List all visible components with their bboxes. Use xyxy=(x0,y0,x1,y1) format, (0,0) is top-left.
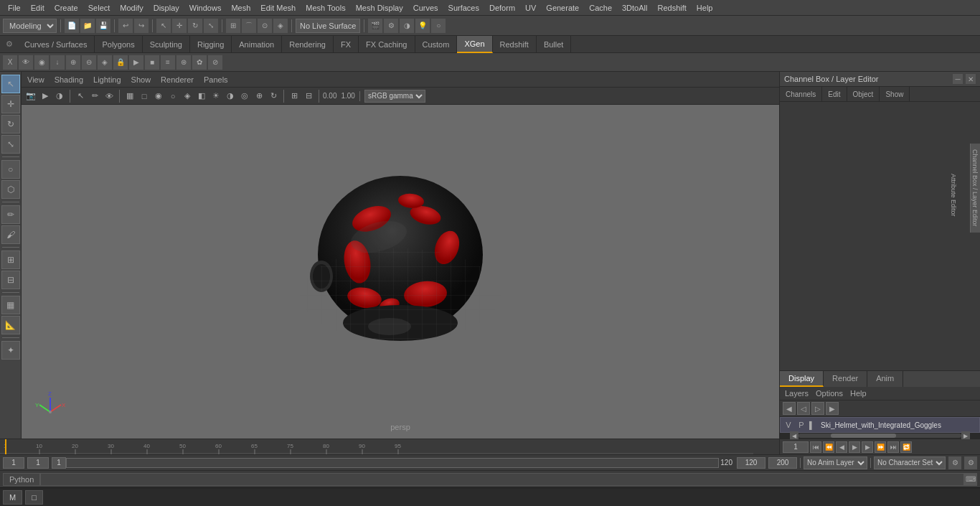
prev-frame-btn[interactable]: ◀ xyxy=(836,441,847,453)
max-end-input[interactable]: 200 xyxy=(768,457,797,469)
select-tool-button[interactable]: ↖ xyxy=(156,19,171,33)
time-end-input[interactable]: 120 xyxy=(737,457,765,469)
vp-grid-icon[interactable]: ▦ xyxy=(123,90,136,103)
redo-button[interactable]: ↪ xyxy=(134,19,149,33)
layer-playback-toggle[interactable]: P xyxy=(796,421,806,429)
layers-menu-help[interactable]: Help xyxy=(848,388,869,398)
jump-start-btn[interactable]: ⏮ xyxy=(810,441,821,453)
xgen-icon-4[interactable]: ↓ xyxy=(50,55,65,70)
tab-display[interactable]: Display xyxy=(780,371,824,387)
next-key-btn[interactable]: ⏩ xyxy=(875,441,886,453)
move-tool-button[interactable]: ✛ xyxy=(172,19,187,33)
vp-smooth-icon[interactable]: ◉ xyxy=(152,90,165,103)
vp-paint-icon[interactable]: ✏ xyxy=(88,90,101,103)
python-label[interactable]: Python xyxy=(3,473,40,486)
xgen-icon-11[interactable]: ≡ xyxy=(161,55,175,70)
paint-lt[interactable]: 🖌 xyxy=(1,225,20,244)
no-live-surface-button[interactable]: No Live Surface xyxy=(296,19,360,33)
xgen-icon-8[interactable]: 🔒 xyxy=(113,55,128,70)
render-settings-button[interactable]: ⚙ xyxy=(384,19,398,33)
snap-together-lt[interactable]: ⊞ xyxy=(1,250,20,269)
soft-select-lt[interactable]: ○ xyxy=(1,160,20,179)
jump-end-btn[interactable]: ⏭ xyxy=(887,441,899,453)
tab-fx[interactable]: FX xyxy=(334,36,359,53)
vp-texture-icon[interactable]: ◧ xyxy=(195,90,208,103)
attribute-editor-edge-tab[interactable]: Attribute Editor xyxy=(950,174,957,217)
vp-menu-show[interactable]: Show xyxy=(128,75,154,85)
vp-hud-icon[interactable]: ⊞ xyxy=(288,90,301,103)
menu-modify[interactable]: Modify xyxy=(115,2,148,14)
python-run-icon[interactable]: ⌨ xyxy=(964,473,977,486)
scrollbar-thumb[interactable] xyxy=(831,434,896,438)
range-frame-input[interactable] xyxy=(52,457,66,469)
render-button[interactable]: 🎬 xyxy=(368,19,382,33)
snap-curve-button[interactable]: ⌒ xyxy=(242,19,256,33)
layer-name[interactable]: Ski_Helmet_with_Integrated_Goggles xyxy=(821,421,976,429)
menu-3dtall[interactable]: 3DtoAll xyxy=(617,2,652,14)
tab-rendering[interactable]: Rendering xyxy=(282,36,334,53)
align-lt[interactable]: ⊟ xyxy=(1,271,20,289)
xgen-lt[interactable]: ✦ xyxy=(1,341,20,360)
vp-xray-icon[interactable]: ○ xyxy=(166,90,179,103)
vp-film-icon[interactable]: ▶ xyxy=(39,90,52,103)
snap-point-button[interactable]: ⊙ xyxy=(258,19,272,33)
maya-taskbar-btn[interactable]: M xyxy=(3,490,22,505)
tab-object[interactable]: Object xyxy=(847,87,880,101)
select-tool-lt[interactable]: ↖ xyxy=(1,75,20,93)
vp-isolate-icon[interactable]: ◈ xyxy=(181,90,194,103)
vp-menu-shading[interactable]: Shading xyxy=(52,75,86,85)
prev-key-btn[interactable]: ⏪ xyxy=(823,441,834,453)
xgen-icon-7[interactable]: ◈ xyxy=(98,55,112,70)
menu-mesh-tools[interactable]: Mesh Tools xyxy=(301,2,350,14)
xgen-icon-5[interactable]: ⊕ xyxy=(66,55,80,70)
xgen-icon-1[interactable]: X xyxy=(3,55,17,70)
viewport-canvas[interactable]: persp X Y Z xyxy=(22,105,779,439)
current-frame-input[interactable]: 1 xyxy=(783,441,809,453)
menu-help[interactable]: Help xyxy=(692,2,718,14)
layers-back-btn[interactable]: ◀ xyxy=(783,402,796,415)
tab-animation[interactable]: Animation xyxy=(232,36,282,53)
next-frame-btn[interactable]: ▶ xyxy=(862,441,873,453)
tab-curves-surfaces[interactable]: Curves / Surfaces xyxy=(17,36,95,53)
layers-menu-layers[interactable]: Layers xyxy=(783,388,811,398)
xgen-icon-9[interactable]: ▶ xyxy=(129,55,143,70)
sculpt-lt[interactable]: ✏ xyxy=(1,205,20,224)
xray-button[interactable]: ○ xyxy=(431,19,446,33)
menu-edit-mesh[interactable]: Edit Mesh xyxy=(255,2,301,14)
workspace-settings-icon[interactable]: ⚙ xyxy=(1,37,17,52)
xgen-icon-13[interactable]: ✿ xyxy=(192,55,207,70)
play-btn[interactable]: ▶ xyxy=(849,441,860,453)
no-anim-layer-select[interactable]: No Anim Layer xyxy=(804,456,867,469)
vp-camera-icon[interactable]: 📷 xyxy=(24,90,37,103)
vp-bookmark-icon[interactable]: ⊟ xyxy=(302,90,315,103)
vp-shadow-icon[interactable]: ◑ xyxy=(224,90,237,103)
frame-range-slider[interactable] xyxy=(66,458,719,468)
viewport-taskbar-btn[interactable]: □ xyxy=(25,490,43,505)
xgen-icon-3[interactable]: ◉ xyxy=(34,55,49,70)
channel-box-edge-tab[interactable]: Channel Box / Layer Editor xyxy=(971,149,979,227)
rotate-tool-lt[interactable]: ↻ xyxy=(1,115,20,133)
tab-sculpting[interactable]: Sculpting xyxy=(143,36,190,53)
vp-motion-icon[interactable]: ↻ xyxy=(267,90,280,103)
tab-polygons[interactable]: Polygons xyxy=(95,36,142,53)
scale-tool-button[interactable]: ⤡ xyxy=(204,19,218,33)
tab-custom[interactable]: Custom xyxy=(415,36,458,53)
vp-menu-lighting[interactable]: Lighting xyxy=(90,75,124,85)
vp-menu-view[interactable]: View xyxy=(24,75,47,85)
scrollbar-track[interactable] xyxy=(798,434,961,438)
vp-ao-icon[interactable]: ◎ xyxy=(238,90,251,103)
scale-tool-lt[interactable]: ⤡ xyxy=(1,135,20,154)
xgen-icon-12[interactable]: ⊛ xyxy=(176,55,191,70)
tab-fx-caching[interactable]: FX Caching xyxy=(359,36,415,53)
new-file-button[interactable]: 📄 xyxy=(65,19,79,33)
menu-display[interactable]: Display xyxy=(149,2,184,14)
layers-menu-options[interactable]: Options xyxy=(814,388,845,398)
layer-visibility-toggle[interactable]: V xyxy=(783,421,793,429)
python-input[interactable] xyxy=(40,473,964,486)
tab-anim[interactable]: Anim xyxy=(867,371,903,387)
measure-lt[interactable]: 📐 xyxy=(1,316,20,334)
timeline-ruler[interactable]: 1 10 20 30 40 50 60 65 75 80 90 95 xyxy=(0,439,779,454)
xgen-icon-14[interactable]: ⊘ xyxy=(208,55,222,70)
menu-cache[interactable]: Cache xyxy=(584,2,617,14)
vp-show-icon[interactable]: 👁 xyxy=(103,90,116,103)
